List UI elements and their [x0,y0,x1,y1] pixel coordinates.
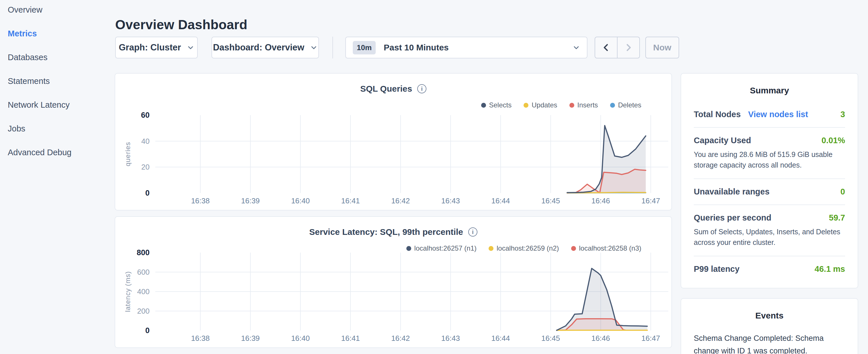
legend-label: Updates [532,101,557,109]
svg-text:16:38: 16:38 [191,196,210,205]
summary-row-head: Total NodesView nodes list3 [694,110,845,119]
summary-label: Queries per second [694,213,771,223]
summary-value: 3 [840,110,845,119]
svg-text:16:45: 16:45 [541,196,560,205]
graph-dropdown-label: Graph: Cluster [119,42,181,53]
svg-text:600: 600 [137,268,150,277]
view-nodes-link[interactable]: View nodes list [748,110,808,119]
events-panel: Events Schema Change Completed: Schema c… [681,298,858,354]
summary-row-head: Unavailable ranges0 [694,187,845,196]
events-title: Events [694,299,845,321]
graph-dropdown[interactable]: Graph: Cluster [115,37,198,58]
sidebar-item-metrics[interactable]: Metrics [8,29,115,38]
svg-text:16:41: 16:41 [341,334,360,343]
legend-item[interactable]: Deletes [610,101,641,109]
legend-label: Inserts [578,101,598,109]
now-button[interactable]: Now [645,37,679,58]
chevron-down-icon [187,44,194,51]
event-text: Schema Change Completed: Schema change w… [694,332,845,354]
sidebar-item-databases[interactable]: Databases [8,53,115,62]
sidebar-item-statements[interactable]: Statements [8,76,115,86]
sql-queries-card: SQL Queries i SelectsUpdatesInsertsDelet… [115,73,672,211]
svg-text:16:42: 16:42 [391,196,410,205]
svg-text:0: 0 [145,189,150,197]
sidebar-item-network-latency[interactable]: Network Latency [8,100,115,110]
summary-row: Capacity Used0.01%You are using 28.6 MiB… [694,136,845,170]
summary-label: Capacity Used [694,136,751,145]
svg-text:16:46: 16:46 [591,334,610,343]
summary-value: 0 [840,187,845,196]
charts-column: SQL Queries i SelectsUpdatesInsertsDelet… [115,73,672,348]
time-forward-button[interactable] [618,37,639,58]
chevron-left-icon [601,43,611,53]
summary-title: Summary [694,74,845,95]
svg-text:queries: queries [124,142,131,166]
summary-divider [694,256,845,256]
svg-text:16:47: 16:47 [641,196,660,205]
time-back-button[interactable] [595,37,617,58]
summary-row-head: P99 latency46.1 ms [694,264,845,274]
svg-text:16:41: 16:41 [341,196,360,205]
svg-text:16:47: 16:47 [641,334,660,343]
svg-text:16:44: 16:44 [491,334,510,343]
event-item[interactable]: Schema Change Completed: Schema change w… [694,332,845,354]
info-icon[interactable]: i [468,227,477,236]
controls-row: Graph: Cluster Dashboard: Overview 10m P… [115,37,691,58]
sidebar-item-advanced-debug[interactable]: Advanced Debug [8,148,115,157]
legend-item[interactable]: Selects [481,101,512,109]
summary-row: Queries per second59.7Sum of Selects, Up… [694,213,845,248]
time-pager [595,37,640,58]
svg-text:16:40: 16:40 [291,334,310,343]
summary-row-head: Queries per second59.7 [694,213,845,223]
svg-text:0: 0 [145,326,150,335]
events-list: Schema Change Completed: Schema change w… [694,332,845,354]
summary-panel: Summary Total NodesView nodes list3Capac… [681,73,858,288]
summary-label: Total Nodes [694,110,741,119]
svg-text:800: 800 [137,248,150,257]
legend-label: Selects [489,101,512,109]
latency-chart[interactable]: 16:3816:3916:4016:4116:4216:4316:4416:45… [115,248,673,346]
summary-rows: Total NodesView nodes list3Capacity Used… [694,110,845,274]
chart-title: SQL Queries [360,84,412,94]
legend-item[interactable]: Updates [524,101,557,109]
page-title: Overview Dashboard [115,17,247,32]
summary-divider [694,204,845,205]
legend-dot [569,103,574,108]
legend-dot [481,103,486,108]
chart-title-row: Service Latency: SQL, 99th percentile i [115,217,672,237]
sidebar-item-overview[interactable]: Overview [8,5,115,14]
info-icon[interactable]: i [417,84,426,93]
app-root: OverviewMetricsDatabasesStatementsNetwor… [0,0,868,354]
svg-text:60: 60 [141,111,150,120]
svg-text:400: 400 [137,287,150,296]
dashboard-dropdown[interactable]: Dashboard: Overview [212,37,319,58]
svg-text:16:43: 16:43 [441,334,460,343]
summary-label: P99 latency [694,264,740,274]
svg-text:20: 20 [141,163,150,171]
sidebar-item-jobs[interactable]: Jobs [8,124,115,133]
service-latency-card: Service Latency: SQL, 99th percentile i … [115,216,672,348]
summary-value: 0.01% [822,136,845,145]
chevron-right-icon [624,43,633,53]
chevron-down-icon [572,44,580,51]
summary-divider [694,179,845,179]
chevron-down-icon [310,44,317,51]
sql-queries-chart[interactable]: 16:3816:3916:4016:4116:4216:4316:4416:45… [115,111,673,208]
svg-text:16:43: 16:43 [441,196,460,205]
svg-text:16:46: 16:46 [591,196,610,205]
time-range-dropdown[interactable]: 10m Past 10 Minutes [345,37,587,58]
svg-text:16:40: 16:40 [291,196,310,205]
svg-text:16:39: 16:39 [241,334,260,343]
legend-label: Deletes [618,101,641,109]
summary-description: Sum of Selects, Updates, Inserts, and De… [694,227,845,248]
svg-text:40: 40 [141,137,150,146]
chart-title-row: SQL Queries i [115,74,672,94]
legend-item[interactable]: Inserts [569,101,598,109]
svg-text:16:38: 16:38 [191,334,210,343]
legend-dot [524,103,528,108]
controls-divider [333,37,333,58]
summary-row-head: Capacity Used0.01% [694,136,845,145]
summary-value: 59.7 [829,213,845,223]
sidebar-nav: OverviewMetricsDatabasesStatementsNetwor… [0,0,115,354]
svg-text:16:44: 16:44 [491,196,510,205]
